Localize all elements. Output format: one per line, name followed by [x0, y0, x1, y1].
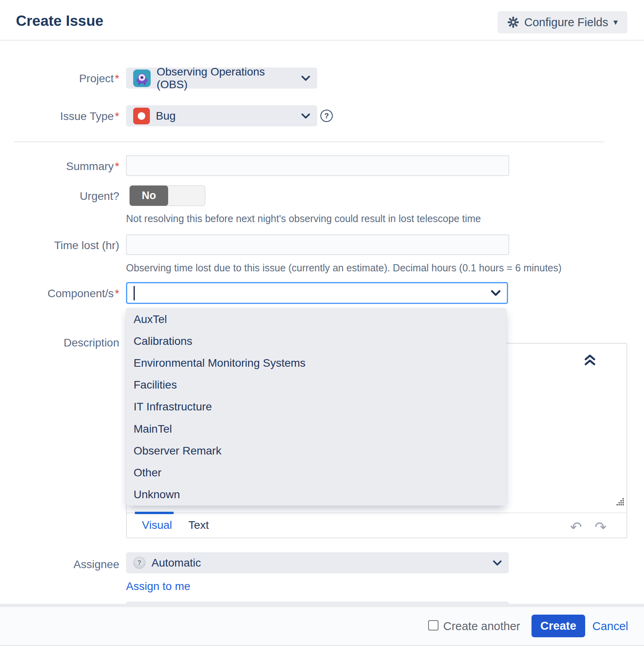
issue-type-value: Bug	[156, 110, 176, 122]
gear-icon	[507, 16, 519, 28]
chevron-down-icon	[491, 290, 500, 296]
create-issue-dialog: Create Issue	[0, 0, 644, 646]
components-input[interactable]	[126, 282, 508, 304]
assignee-select[interactable]: ? Automatic	[126, 552, 509, 573]
time-lost-help-text: Observing time lost due to this issue (c…	[126, 262, 562, 274]
editor-tabbar-divider	[127, 513, 627, 513]
project-value: Observing Operations (OBS)	[157, 66, 295, 91]
configure-fields-button[interactable]: Configure Fields ▾	[498, 11, 627, 33]
time-lost-input[interactable]	[126, 234, 509, 255]
create-another-label: Create another	[443, 620, 520, 632]
dropdown-option[interactable]: MainTel	[126, 418, 506, 440]
redo-icon[interactable]: ↷	[595, 520, 607, 534]
double-chevron-up-icon[interactable]	[584, 353, 596, 367]
dropdown-option[interactable]: AuxTel	[126, 308, 506, 330]
dropdown-option[interactable]: Environmental Monitoring Systems	[126, 352, 506, 374]
page-title: Create Issue	[16, 13, 103, 29]
urgent-help-text: Not resolving this before next night's o…	[126, 213, 481, 224]
question-avatar-icon: ?	[133, 557, 145, 569]
dropdown-option[interactable]: Unknown	[126, 484, 506, 506]
issue-type-label: Issue Type	[0, 110, 119, 123]
cancel-button[interactable]: Cancel	[592, 620, 628, 632]
urgent-toggle-state: No	[130, 186, 168, 206]
tab-text[interactable]: Text	[188, 519, 209, 532]
create-button[interactable]: Create	[531, 615, 585, 637]
dialog-header: Create Issue	[0, 0, 644, 41]
issue-type-select[interactable]: Bug	[126, 105, 317, 126]
urgent-label: Urgent?	[0, 190, 119, 203]
chevron-down-icon	[493, 560, 502, 566]
assignee-value: Automatic	[151, 557, 201, 569]
project-label: Project	[0, 72, 119, 85]
urgent-toggle[interactable]: No	[129, 185, 206, 206]
dropdown-option[interactable]: Facilities	[126, 374, 506, 396]
issue-type-help-icon[interactable]: ?	[320, 110, 333, 122]
caret-down-icon: ▾	[613, 18, 618, 27]
dropdown-option[interactable]: IT Infrastructure	[126, 396, 506, 418]
undo-icon[interactable]: ↶	[570, 520, 582, 534]
assignee-label: Assignee	[0, 558, 119, 571]
chevron-down-icon	[301, 75, 310, 81]
assign-to-me-link[interactable]: Assign to me	[126, 580, 190, 593]
resize-grip-icon[interactable]	[615, 498, 625, 509]
project-select[interactable]: Observing Operations (OBS)	[126, 68, 317, 89]
description-label: Description	[0, 336, 119, 350]
time-lost-label: Time lost (hr)	[0, 239, 119, 252]
bug-icon	[133, 108, 150, 124]
footer-top-band	[0, 604, 644, 607]
components-label: Component/s	[0, 287, 119, 300]
dropdown-option[interactable]: Calibrations	[126, 330, 506, 352]
text-cursor	[134, 286, 135, 300]
chevron-down-icon	[301, 113, 310, 119]
active-tab-indicator	[135, 512, 174, 514]
components-dropdown: AuxTel CalibrationsEnvironmental Monitor…	[126, 308, 506, 506]
summary-input[interactable]	[126, 155, 509, 176]
configure-fields-label: Configure Fields	[524, 16, 608, 29]
section-divider	[14, 141, 604, 142]
project-avatar	[133, 70, 151, 87]
dropdown-option[interactable]: Observer Remark	[126, 440, 506, 462]
tab-visual[interactable]: Visual	[142, 519, 172, 532]
dropdown-option[interactable]: Other	[126, 462, 506, 484]
summary-label: Summary	[0, 160, 119, 173]
create-another-checkbox[interactable]	[428, 620, 438, 631]
